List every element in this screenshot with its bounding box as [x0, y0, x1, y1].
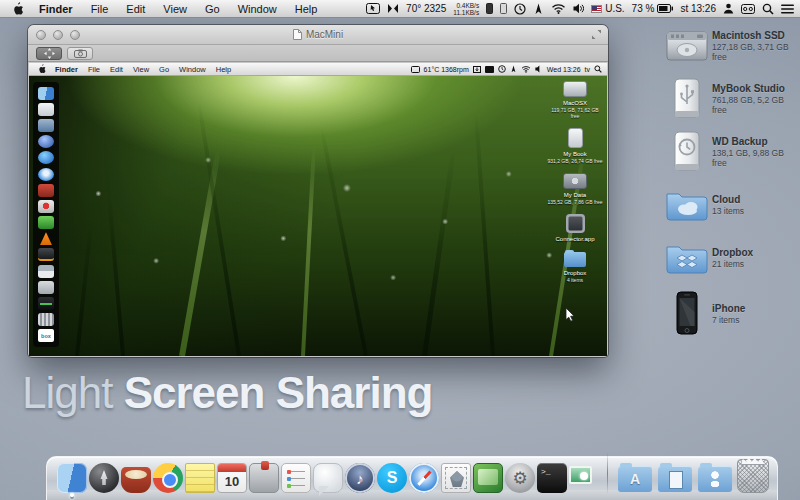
scale-mode-button[interactable] [36, 47, 62, 60]
menu-edit[interactable]: Edit [105, 65, 128, 74]
desktop-icon-mybook-studio[interactable]: MyBook Studio 761,88 GB, 5,2 GB free [662, 79, 798, 119]
remote-tv-status[interactable]: tv [585, 66, 590, 73]
mail-dock-icon[interactable] [441, 463, 471, 493]
remote-clock-status[interactable]: Wed 13:26 [547, 66, 581, 73]
itunes-dock-icon[interactable] [345, 463, 375, 493]
remote-wifi-icon[interactable] [521, 65, 531, 73]
remote-clock-icon[interactable] [498, 65, 506, 73]
remote-dock-finder-icon[interactable] [38, 87, 54, 100]
remote-dock-transmission-icon[interactable] [38, 200, 54, 213]
desktop-icon-wd-backup[interactable]: WD Backup 138,1 GB, 9,88 GB free [662, 132, 798, 172]
input-source-status[interactable]: U.S. [591, 3, 624, 14]
location-menu-icon[interactable] [533, 3, 544, 15]
remote-dock-ridged-icon[interactable] [38, 313, 54, 326]
remote-desktop-dock-icon[interactable] [473, 463, 503, 493]
desktop-icon-macintosh-ssd[interactable]: Macintosh SSD 127,18 GB, 3,71 GB free [662, 26, 798, 66]
menu-file[interactable]: File [83, 65, 105, 74]
skype-dock-icon[interactable]: S [377, 463, 407, 493]
remote-volume-icon[interactable] [535, 65, 543, 73]
zoom-button[interactable] [70, 30, 80, 40]
menu-window[interactable]: Window [229, 3, 286, 15]
device-battery-light-icon[interactable] [500, 3, 507, 14]
remote-dock-green-app-icon[interactable] [38, 216, 54, 229]
menu-go[interactable]: Go [196, 3, 229, 15]
remote-spotlight-icon[interactable] [594, 65, 602, 73]
remote-display-icon[interactable] [411, 66, 420, 73]
safari-dock-icon[interactable] [409, 463, 439, 493]
minimize-button[interactable] [53, 30, 63, 40]
remote-sensor-status[interactable]: 61°C 1368rpm [424, 66, 469, 73]
time-machine-menu-icon[interactable] [514, 3, 526, 15]
remote-icon-macosx[interactable]: MacOSX 119,71 GB, 71,62 GB free [547, 81, 603, 119]
cassette-menu-icon[interactable] [741, 4, 755, 14]
user-menu-icon[interactable] [723, 3, 734, 14]
device-battery-dark-icon[interactable] [486, 3, 493, 14]
menu-window[interactable]: Window [174, 65, 211, 74]
desktop-icon-dropbox[interactable]: Dropbox 21 items [662, 238, 798, 278]
temperature-status[interactable]: 70° 2325 [406, 3, 446, 14]
sync-menu-icon[interactable] [387, 3, 399, 14]
remote-dock-activity-icon[interactable] [38, 297, 54, 310]
network-speed-status[interactable]: 0.4KB/s 11.1KB/s [453, 2, 479, 16]
remote-icon-mybook[interactable]: My Book 931,2 GB, 26,74 GB free [547, 128, 603, 164]
menu-finder[interactable]: Finder [50, 65, 83, 74]
screenshot-button[interactable] [67, 47, 93, 60]
remote-dock-front-row-icon[interactable] [38, 184, 54, 197]
fullscreen-icon[interactable] [591, 29, 602, 40]
chrome-dock-icon[interactable] [153, 463, 183, 493]
terminal-dock-icon[interactable]: >_ [537, 463, 567, 493]
trash-dock-icon[interactable] [737, 459, 769, 493]
remote-dock-earth-icon[interactable] [38, 151, 54, 164]
system-preferences-dock-icon[interactable] [505, 463, 535, 493]
menu-finder[interactable]: Finder [30, 3, 82, 15]
menu-help[interactable]: Help [286, 3, 327, 15]
launchpad-dock-icon[interactable] [89, 463, 119, 493]
remote-dock-remote-icon[interactable] [38, 119, 54, 132]
wifi-menu-icon[interactable] [551, 3, 566, 14]
utility-dock-icon[interactable] [249, 463, 279, 493]
messages-dock-icon[interactable] [313, 463, 343, 493]
menu-edit[interactable]: Edit [117, 3, 154, 15]
desktop-icon-cloud[interactable]: Cloud 13 items [662, 185, 798, 225]
remote-screens-icon[interactable] [485, 66, 494, 73]
battery-status[interactable]: 73 % [632, 3, 674, 14]
menu-file[interactable]: File [82, 3, 118, 15]
menu-view[interactable]: View [128, 65, 154, 74]
close-button[interactable] [36, 30, 46, 40]
remote-dock-mail-icon[interactable] [38, 103, 54, 116]
remote-dock-ipod-icon[interactable] [38, 265, 54, 278]
caffeine-dock-icon[interactable] [121, 467, 151, 493]
remote-screen[interactable]: FinderFileEditViewGoWindowHelp 61°C 1368… [29, 63, 607, 356]
remote-dock-camera-icon[interactable] [38, 281, 54, 294]
apple-menu-icon[interactable] [6, 2, 30, 16]
desktop-icon-iphone[interactable]: iPhone 7 items [662, 291, 798, 337]
users-folder-dock-icon[interactable] [698, 466, 732, 492]
applications-folder-dock-icon[interactable]: A [618, 466, 652, 492]
remote-dock-box-icon[interactable]: box [38, 329, 54, 342]
stickies-dock-icon[interactable] [185, 463, 215, 493]
menu-view[interactable]: View [154, 3, 196, 15]
remote-dock-vlc-icon[interactable] [38, 232, 54, 245]
remote-location-icon[interactable] [510, 65, 517, 73]
finder-dock-icon[interactable] [57, 463, 87, 493]
remote-dock-itunes-icon[interactable] [38, 135, 54, 148]
screen-sharing-menu-icon[interactable] [366, 3, 380, 14]
remote-dock-media-icon[interactable] [38, 248, 54, 261]
remote-dock-safari-icon[interactable] [38, 168, 54, 181]
screen-sharing-dock-icon[interactable] [569, 463, 599, 493]
notification-center-icon[interactable] [781, 4, 794, 14]
remote-icon-connector[interactable]: Connector.app [547, 214, 603, 243]
spotlight-icon[interactable] [762, 3, 774, 15]
window-titlebar[interactable]: MacMini [28, 25, 608, 45]
reminders-dock-icon[interactable] [281, 463, 311, 493]
remote-download-icon[interactable] [473, 66, 481, 73]
documents-folder-dock-icon[interactable] [658, 466, 692, 492]
clock-status[interactable]: st 13:26 [680, 3, 716, 14]
remote-icon-mydata[interactable]: My Data 135,52 GB, 7,86 GB free [547, 173, 603, 205]
calendar-dock-icon[interactable]: 10 [217, 463, 247, 493]
menu-go[interactable]: Go [154, 65, 174, 74]
remote-icon-dropbox[interactable]: Dropbox 4 items [547, 252, 603, 283]
volume-menu-icon[interactable] [573, 3, 584, 14]
menu-help[interactable]: Help [211, 65, 236, 74]
remote-apple-menu-icon[interactable] [34, 64, 50, 74]
